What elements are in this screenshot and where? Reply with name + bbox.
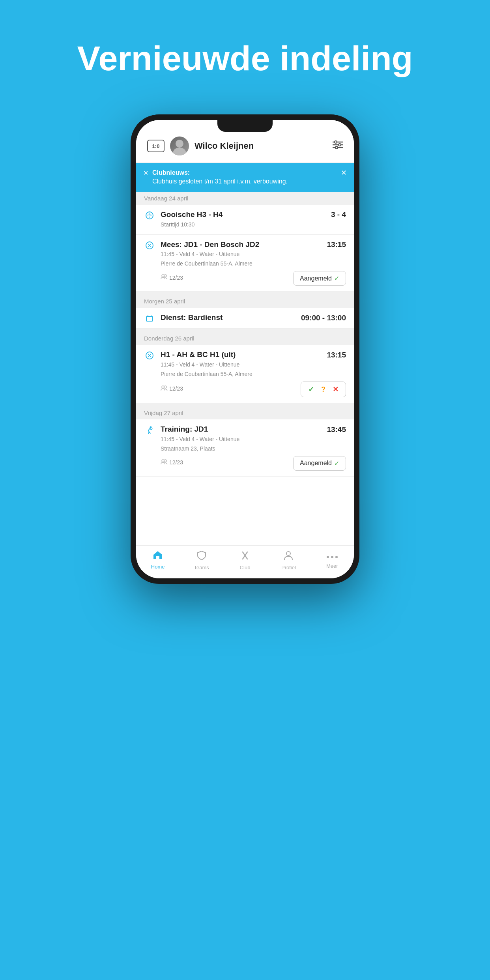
event-time-2: 13:15 bbox=[327, 240, 346, 249]
news-banner: ✕ Clubnieuws: Clubhuis gesloten t/m 31 a… bbox=[136, 163, 354, 192]
rsvp-buttons: ✓ ? ✕ bbox=[301, 382, 346, 397]
training-details-2: Straatnaam 23, Plaats bbox=[161, 445, 346, 453]
nav-label-profiel: Profiel bbox=[281, 565, 296, 570]
nav-item-teams[interactable]: Teams bbox=[180, 550, 223, 570]
club-icon bbox=[240, 550, 250, 563]
svg-point-28 bbox=[335, 556, 338, 558]
svg-point-5 bbox=[335, 141, 337, 143]
day-header-thursday: Donderdag 26 april bbox=[136, 332, 354, 345]
service-icon bbox=[144, 314, 155, 323]
nav-label-teams: Teams bbox=[194, 565, 209, 570]
news-dismiss-icon[interactable]: ✕ bbox=[143, 169, 148, 177]
event-score-row: Gooische H3 - H4 3 - 4 bbox=[161, 210, 346, 219]
check-icon: ✓ bbox=[334, 275, 339, 282]
svg-point-19 bbox=[164, 386, 166, 388]
svg-rect-14 bbox=[146, 316, 153, 321]
home-icon bbox=[153, 550, 163, 562]
rsvp-yes-button[interactable]: ✓ bbox=[308, 385, 314, 394]
svg-point-26 bbox=[327, 556, 329, 558]
content-area: Vandaag 24 april Gooische H3 - H4 3 - 4 bbox=[136, 192, 354, 545]
h1-details-2: Pierre de Coubertinlaan 55-A, Almere bbox=[161, 370, 346, 378]
svg-point-12 bbox=[162, 275, 164, 277]
h1-participants-count: 12/23 bbox=[169, 385, 183, 392]
event-item-training: Training: JD1 13:45 11:45 - Veld 4 - Wat… bbox=[136, 419, 354, 477]
shield-icon bbox=[197, 550, 206, 563]
event-item: Gooische H3 - H4 3 - 4 Starttijd 10:30 bbox=[136, 205, 354, 235]
event-body-training: Training: JD1 13:45 11:45 - Veld 4 - Wat… bbox=[161, 425, 346, 471]
section-divider-2 bbox=[136, 329, 354, 332]
match-icon-2 bbox=[144, 241, 155, 250]
event-item-service: Dienst: Bardienst 09:00 - 13:00 bbox=[136, 308, 354, 329]
event-details-2a: 11:45 - Veld 4 - Water - Uittenue bbox=[161, 250, 346, 258]
avatar-inner bbox=[170, 137, 189, 155]
section-divider bbox=[136, 292, 354, 295]
event-body-service: Dienst: Bardienst 09:00 - 13:00 bbox=[161, 313, 346, 322]
day-header-tomorrow: Morgen 25 april bbox=[136, 295, 354, 308]
h1-time: 13:15 bbox=[327, 351, 346, 359]
section-divider-3 bbox=[136, 403, 354, 406]
svg-point-18 bbox=[162, 386, 164, 388]
nav-label-meer: Meer bbox=[326, 563, 338, 569]
news-content: Clubnieuws: Clubhuis gesloten t/m 31 apr… bbox=[152, 168, 337, 186]
training-details-1: 11:45 - Veld 4 - Water - Uittenue bbox=[161, 435, 346, 443]
h1-details-1: 11:45 - Veld 4 - Water - Uittenue bbox=[161, 361, 346, 369]
event-title: Gooische H3 - H4 bbox=[161, 210, 223, 219]
people-icon bbox=[161, 274, 168, 281]
svg-point-1 bbox=[173, 148, 186, 155]
training-participants: 12/23 bbox=[161, 459, 183, 466]
svg-point-25 bbox=[286, 552, 290, 555]
svg-point-13 bbox=[164, 275, 166, 277]
aangemeld-label: Aangemeld bbox=[300, 275, 332, 282]
event-item: Mees: JD1 - Den Bosch JD2 13:15 11:45 - … bbox=[136, 235, 354, 292]
nav-item-home[interactable]: Home bbox=[136, 550, 180, 570]
user-name: Wilco Kleijnen bbox=[195, 141, 327, 151]
news-close-icon[interactable]: ✕ bbox=[341, 168, 347, 177]
event-details-2b: Pierre de Coubertinlaan 55-A, Almere bbox=[161, 260, 346, 268]
more-icon bbox=[326, 550, 338, 561]
svg-point-22 bbox=[164, 460, 166, 462]
nav-item-profiel[interactable]: Profiel bbox=[267, 550, 310, 570]
phone-screen: 1:0 Wilco Kleijnen bbox=[136, 120, 354, 578]
nav-item-club[interactable]: Club bbox=[223, 550, 267, 570]
service-time: 09:00 - 13:00 bbox=[301, 314, 346, 322]
event-item-h1: H1 - AH & BC H1 (uit) 13:15 11:45 - Veld… bbox=[136, 345, 354, 403]
news-title: Clubnieuws: bbox=[152, 169, 190, 176]
match-icon bbox=[144, 211, 155, 220]
event-body-2: Mees: JD1 - Den Bosch JD2 13:15 11:45 - … bbox=[161, 240, 346, 286]
check-icon-2: ✓ bbox=[334, 460, 339, 467]
training-title: Training: JD1 bbox=[161, 425, 208, 434]
page-title: Vernieuwde indeling bbox=[0, 0, 490, 78]
match-icon-3 bbox=[144, 351, 155, 360]
phone-notch bbox=[217, 120, 273, 132]
event-details: Starttijd 10:30 bbox=[161, 221, 346, 229]
aangemeld-label-2: Aangemeld bbox=[300, 460, 332, 467]
phone-frame: 1:0 Wilco Kleijnen bbox=[131, 114, 359, 584]
nav-item-meer[interactable]: Meer bbox=[310, 550, 354, 570]
nav-label-club: Club bbox=[240, 565, 251, 570]
training-time: 13:45 bbox=[327, 425, 346, 434]
event-body-h1: H1 - AH & BC H1 (uit) 13:15 11:45 - Veld… bbox=[161, 350, 346, 397]
person-icon bbox=[284, 550, 293, 563]
svg-point-21 bbox=[162, 460, 164, 462]
filter-icon[interactable] bbox=[333, 140, 343, 151]
avatar[interactable] bbox=[170, 137, 189, 155]
day-header-friday: Vrijdag 27 april bbox=[136, 406, 354, 419]
svg-point-6 bbox=[339, 144, 341, 146]
aangemeld-button[interactable]: Aangemeld ✓ bbox=[293, 271, 346, 286]
rsvp-maybe-button[interactable]: ? bbox=[321, 385, 325, 394]
participants-badge: 12/23 bbox=[161, 274, 183, 281]
h1-participants: 12/23 bbox=[161, 385, 183, 392]
scoreboard-icon[interactable]: 1:0 bbox=[147, 140, 165, 152]
h1-title: H1 - AH & BC H1 (uit) bbox=[161, 350, 236, 359]
svg-point-20 bbox=[150, 426, 152, 428]
training-participants-count: 12/23 bbox=[169, 459, 183, 466]
rsvp-no-button[interactable]: ✕ bbox=[333, 385, 339, 394]
match-score: 3 - 4 bbox=[331, 210, 346, 219]
svg-point-7 bbox=[335, 146, 338, 149]
news-message: Clubhuis gesloten t/m 31 april i.v.m. ve… bbox=[152, 178, 288, 185]
svg-point-27 bbox=[331, 556, 333, 558]
aangemeld-button-2[interactable]: Aangemeld ✓ bbox=[293, 456, 346, 471]
bottom-nav: Home Teams Club bbox=[136, 545, 354, 578]
svg-point-0 bbox=[176, 140, 183, 148]
participants-count: 12/23 bbox=[169, 275, 183, 281]
